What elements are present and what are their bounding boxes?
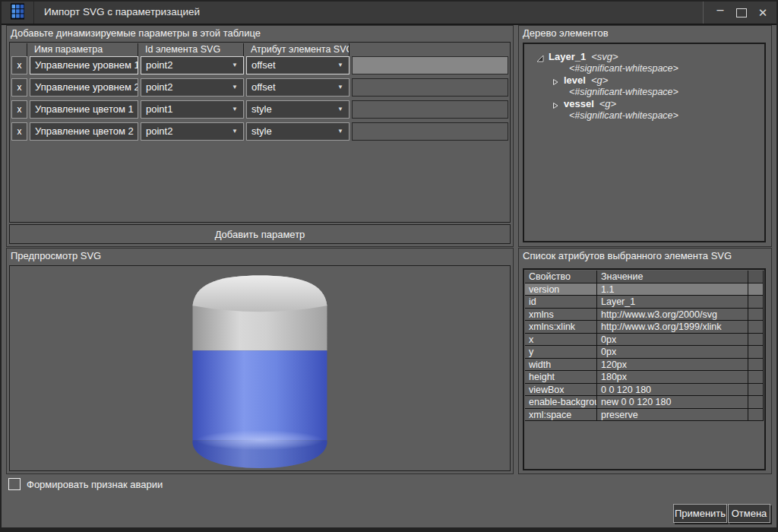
tree-node-tag: <svg> bbox=[591, 51, 618, 62]
param-name-field[interactable]: Управление цветом 1 bbox=[30, 100, 138, 119]
svg-id-dropdown[interactable]: point2 ▼ bbox=[141, 122, 244, 141]
svg-attr-dropdown[interactable]: offset ▼ bbox=[246, 56, 349, 74]
param-name-field[interactable]: Управление уровнем 1 bbox=[30, 56, 138, 74]
attr-prop[interactable]: x bbox=[525, 334, 597, 347]
attr-value[interactable]: 180px bbox=[597, 371, 748, 384]
expander-collapsed-icon[interactable] bbox=[552, 77, 559, 84]
add-parameter-button[interactable]: Добавить параметр bbox=[9, 224, 511, 244]
chevron-down-icon: ▼ bbox=[232, 57, 238, 74]
tree-node-label: <#significant-whitespace> bbox=[569, 63, 678, 74]
tree-node-tag: <g> bbox=[591, 74, 608, 86]
attr-prop[interactable]: width bbox=[525, 359, 597, 372]
attr-extra[interactable] bbox=[748, 396, 764, 409]
attr-value[interactable]: 0px bbox=[597, 334, 748, 347]
minimize-icon: – bbox=[717, 6, 724, 14]
chevron-down-icon: ▼ bbox=[232, 123, 238, 140]
preview-panel-header: Предпросмотр SVG bbox=[7, 249, 513, 264]
svg-id-dropdown[interactable]: point2 ▼ bbox=[141, 78, 244, 97]
tree-item-level[interactable]: level <g> bbox=[524, 74, 764, 87]
close-button[interactable]: ✕ bbox=[752, 2, 773, 24]
maximize-button[interactable] bbox=[731, 2, 752, 24]
attr-value[interactable]: http://www.w3.org/2000/svg bbox=[597, 309, 748, 321]
attr-value[interactable]: preserve bbox=[597, 409, 748, 422]
attr-extra[interactable] bbox=[748, 384, 764, 397]
attr-value[interactable]: 0px bbox=[597, 346, 748, 359]
delete-row-button[interactable]: x bbox=[11, 78, 27, 97]
chevron-down-icon: ▼ bbox=[232, 79, 238, 96]
attr-prop[interactable]: version bbox=[525, 283, 597, 296]
expander-expanded-icon[interactable] bbox=[536, 53, 544, 61]
attr-extra[interactable] bbox=[748, 409, 764, 422]
attr-value[interactable]: 1.1 bbox=[597, 283, 748, 296]
attr-value[interactable]: 120px bbox=[597, 359, 748, 372]
attr-prop[interactable]: xmlns bbox=[525, 309, 597, 321]
parameters-panel-header: Добавьте динамизируемые параметры в этой… bbox=[7, 26, 513, 41]
attr-prop[interactable]: height bbox=[525, 371, 597, 384]
extra-cell[interactable] bbox=[352, 100, 508, 119]
tree-node-label: <#significant-whitespace> bbox=[569, 110, 678, 121]
selected-extra-cell[interactable] bbox=[352, 56, 508, 74]
attr-extra[interactable] bbox=[748, 309, 764, 321]
extra-cell[interactable] bbox=[352, 122, 508, 141]
tree-node-label: level bbox=[564, 74, 586, 86]
expander-collapsed-icon[interactable] bbox=[552, 100, 559, 108]
svg-id-dropdown[interactable]: point2 ▼ bbox=[141, 56, 244, 74]
tree-item-whitespace[interactable]: <#significant-whitespace> bbox=[524, 110, 764, 122]
col-header-extra bbox=[352, 43, 508, 56]
extra-cell[interactable] bbox=[352, 78, 508, 97]
attr-prop[interactable]: enable-background bbox=[525, 396, 597, 409]
minimize-button[interactable]: – bbox=[710, 2, 731, 24]
attr-prop[interactable]: y bbox=[525, 346, 597, 359]
attr-value[interactable]: Layer_1 bbox=[597, 296, 748, 309]
tree-item-whitespace[interactable]: <#significant-whitespace> bbox=[524, 87, 764, 99]
svg-id-dropdown[interactable]: point1 ▼ bbox=[141, 100, 244, 119]
cancel-button[interactable]: Отмена bbox=[728, 504, 770, 523]
col-header-delete bbox=[11, 43, 27, 56]
svg-attr-dropdown[interactable]: style ▼ bbox=[246, 122, 349, 141]
attr-value[interactable]: 0 0 120 180 bbox=[597, 384, 748, 397]
svg-attr-value: offset bbox=[251, 81, 276, 93]
attr-col-header-extra bbox=[748, 271, 764, 283]
attr-extra[interactable] bbox=[748, 359, 764, 372]
tree-item-vessel[interactable]: vessel <g> bbox=[524, 98, 764, 110]
alarm-checkbox-row: Формировать признак аварии bbox=[8, 478, 163, 490]
attr-extra[interactable] bbox=[748, 346, 764, 359]
attr-extra[interactable] bbox=[748, 283, 764, 296]
attr-extra[interactable] bbox=[748, 296, 764, 309]
attr-extra[interactable] bbox=[748, 334, 764, 347]
attr-extra[interactable] bbox=[748, 371, 764, 384]
tree-node-label: vessel bbox=[564, 98, 594, 109]
attributes-table: Свойство Значение version 1.1 id Layer_1… bbox=[523, 268, 766, 470]
attr-prop[interactable]: viewBox bbox=[525, 384, 597, 397]
window-title: Импорт SVG с параметризацией bbox=[44, 6, 200, 17]
attr-value[interactable]: http://www.w3.org/1999/xlink bbox=[597, 321, 748, 334]
param-name-field[interactable]: Управление цветом 2 bbox=[30, 122, 138, 141]
tree-item-whitespace[interactable]: <#significant-whitespace> bbox=[524, 63, 764, 75]
attr-value[interactable]: new 0 0 120 180 bbox=[597, 396, 748, 409]
delete-row-button[interactable]: x bbox=[11, 100, 27, 119]
apply-button[interactable]: Применить bbox=[673, 504, 727, 523]
tree-item-layer1[interactable]: Layer_1 <svg> bbox=[524, 51, 764, 63]
delete-row-button[interactable]: x bbox=[11, 122, 27, 141]
svg-attr-value: offset bbox=[251, 59, 276, 71]
attributes-panel: Список атрибутов выбранного элемента SVG… bbox=[518, 248, 772, 474]
attr-prop[interactable]: xmlns:xlink bbox=[525, 321, 597, 334]
svg-attr-dropdown[interactable]: offset ▼ bbox=[246, 78, 349, 97]
col-header-attr: Атрибут элемента SVG bbox=[246, 43, 349, 56]
svg-id-value: point2 bbox=[146, 125, 172, 137]
chevron-down-icon: ▼ bbox=[232, 101, 238, 118]
svg-attr-dropdown[interactable]: style ▼ bbox=[246, 100, 349, 119]
attr-prop[interactable]: xml:space bbox=[525, 409, 597, 422]
tree-panel-header: Дерево элементов bbox=[519, 26, 771, 41]
tree-panel: Дерево элементов Layer_1 <svg> <#signifi… bbox=[518, 25, 772, 247]
window-controls: – ✕ bbox=[703, 2, 773, 24]
controls-separator bbox=[703, 2, 704, 24]
attr-extra[interactable] bbox=[748, 321, 764, 334]
attr-prop[interactable]: id bbox=[525, 296, 597, 309]
app-icon-button[interactable] bbox=[2, 2, 34, 24]
chevron-down-icon: ▼ bbox=[337, 79, 343, 96]
close-icon: ✕ bbox=[758, 6, 768, 20]
param-name-field[interactable]: Управление уровнем 2 bbox=[30, 78, 138, 97]
delete-row-button[interactable]: x bbox=[11, 56, 27, 74]
alarm-checkbox[interactable] bbox=[8, 478, 21, 490]
